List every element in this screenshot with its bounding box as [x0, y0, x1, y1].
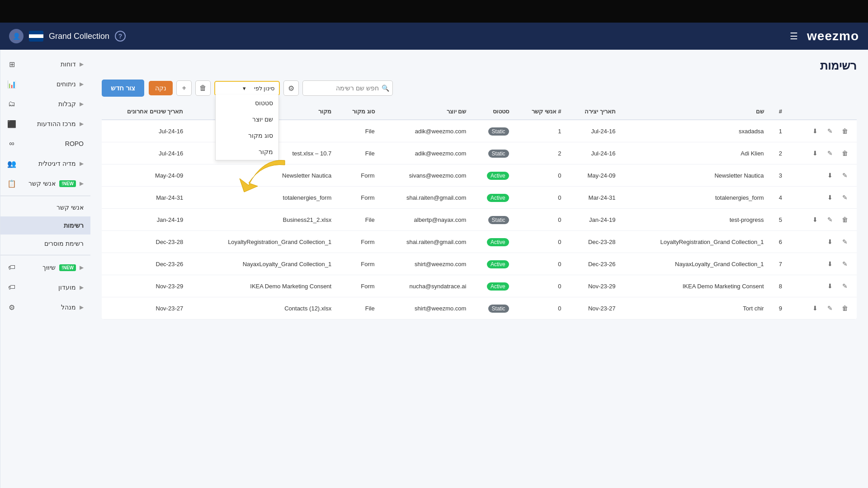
search-input[interactable]	[302, 80, 393, 96]
cell-source: Newsletter Nautica	[189, 164, 337, 187]
col-creator[interactable]: שם יוצר	[380, 103, 472, 120]
menu-icon[interactable]: ☰	[790, 31, 798, 42]
sidebar-label-tagging: שיוּוּך	[20, 264, 56, 271]
search-wrap: 🔍	[302, 80, 393, 96]
cell-contacts: 0	[514, 275, 567, 297]
new-button[interactable]: צור חדש	[102, 80, 144, 97]
cell-created: Jul-24-16	[567, 120, 621, 142]
filter-area: נקה + 🗑 סינון לפי ▾ סטטוס שם יוצר סוג מק…	[149, 80, 393, 96]
page-collection-title: Grand Collection	[49, 32, 109, 41]
sidebar-item-tagging[interactable]: ▶ NEW! שיוּוּך 🏷	[0, 258, 90, 277]
col-num[interactable]: #	[769, 103, 788, 120]
cell-source-type: Form	[337, 187, 380, 209]
header-left: 👤 Grand Collection ?	[9, 29, 790, 43]
digital-media-icon: 👥	[7, 159, 16, 168]
download-action-button[interactable]: ⬇	[809, 147, 821, 160]
col-source-type[interactable]: סוג מקור	[337, 103, 380, 120]
main-container: ▶ דוחות ⊞ ▶ ניתוחים 📊 ▶ קבלות 🗂 ▶ מרכז ה…	[0, 50, 868, 488]
edit-action-button[interactable]: ✎	[839, 280, 851, 292]
receipts-icon: 🗂	[7, 99, 16, 108]
edit-action-button[interactable]: ✎	[839, 191, 851, 204]
sidebar-item-admin[interactable]: ▶ מנהל ⚙	[0, 297, 90, 317]
filter-option-status[interactable]: סטטוס	[216, 95, 278, 111]
sidebar-item-contacts[interactable]: אנשי קשר	[0, 198, 90, 216]
sidebar-item-news-center[interactable]: ▶ מרכז ההודעות ⬛	[0, 114, 90, 134]
sidebar-item-receipts[interactable]: ▶ קבלות 🗂	[0, 94, 90, 114]
sidebar-item-club[interactable]: ▶ מועדון 🏷	[0, 277, 90, 297]
col-last-modified[interactable]: תאריך שינויים אחרונים	[102, 103, 189, 120]
sidebar-item-analytics[interactable]: ▶ ניתוחים 📊	[0, 74, 90, 94]
cell-creator: shirt@weezmo.com	[380, 297, 472, 319]
cell-source-type: Form	[337, 231, 380, 253]
download-action-button[interactable]: ⬇	[824, 258, 836, 270]
chevron-icon: ▶	[80, 180, 84, 187]
cell-last-modified: Nov-23-29	[102, 275, 189, 297]
cell-created: Jan-24-19	[567, 209, 621, 231]
col-created[interactable]: תאריך יצירה	[567, 103, 621, 120]
cell-status: Static	[472, 120, 514, 142]
chevron-icon: ▶	[80, 264, 84, 271]
delete-action-button[interactable]: 🗑	[839, 302, 851, 314]
col-name[interactable]: שם	[621, 103, 769, 120]
delete-action-button[interactable]: 🗑	[839, 125, 851, 137]
delete-action-button[interactable]: 🗑	[839, 213, 851, 226]
table-row: ✎⬇8IKEA Demo Marketing ConsentNov-23-290…	[102, 275, 857, 297]
edit-action-button[interactable]: ✎	[824, 125, 836, 137]
row-actions: 🗑✎⬇	[788, 297, 857, 319]
edit-action-button[interactable]: ✎	[824, 213, 836, 226]
download-action-button[interactable]: ⬇	[809, 302, 821, 314]
cell-created: Nov-23-27	[567, 297, 621, 319]
download-action-button[interactable]: ⬇	[824, 235, 836, 248]
cell-creator: nucha@syndatrace.ai	[380, 275, 472, 297]
edit-action-button[interactable]: ✎	[824, 147, 836, 160]
clear-button[interactable]: נקה	[149, 81, 173, 95]
new-badge-2: NEW!	[59, 264, 76, 271]
sidebar-item-suppliers[interactable]: רשימת מוסרים	[0, 235, 90, 253]
download-action-button[interactable]: ⬇	[809, 213, 821, 226]
download-action-button[interactable]: ⬇	[824, 280, 836, 292]
chevron-icon: ▶	[80, 81, 84, 87]
edit-action-button[interactable]: ✎	[839, 169, 851, 182]
cell-num: 1	[769, 120, 788, 142]
cell-source-type: File	[337, 297, 380, 319]
delete-action-button[interactable]: 🗑	[839, 147, 851, 160]
edit-action-button[interactable]: ✎	[839, 258, 851, 270]
sidebar: ▶ דוחות ⊞ ▶ ניתוחים 📊 ▶ קבלות 🗂 ▶ מרכז ה…	[0, 50, 90, 488]
sidebar-label-receipts: קבלות	[20, 100, 76, 108]
filter-option-creator[interactable]: שם יוצר	[216, 111, 278, 127]
cell-status: Active	[472, 275, 514, 297]
delete-icon-button[interactable]: 🗑	[195, 80, 211, 96]
cell-creator: adik@weezmo.com	[380, 142, 472, 164]
download-action-button[interactable]: ⬇	[824, 169, 836, 182]
edit-action-button[interactable]: ✎	[839, 235, 851, 248]
sidebar-item-reports[interactable]: ▶ דוחות ⊞	[0, 54, 90, 74]
sidebar-item-ropo[interactable]: ROPO ∞	[0, 134, 90, 154]
sidebar-item-digital-media[interactable]: ▶ מדיה דיגיטלית 👥	[0, 154, 90, 174]
download-action-button[interactable]: ⬇	[824, 191, 836, 204]
sidebar-item-lists[interactable]: רשימות	[0, 216, 90, 235]
download-action-button[interactable]: ⬇	[809, 125, 821, 137]
filter-trigger[interactable]: סינון לפי ▾	[215, 82, 279, 95]
user-avatar[interactable]: 👤	[9, 29, 24, 43]
sidebar-label-club: מועדון	[20, 284, 76, 291]
filter-option-source[interactable]: מקור	[216, 144, 278, 160]
weezmo-logo: weezmo	[807, 29, 859, 43]
content-area: רשימות צור חדש נקה + 🗑 סינון לפי ▾ סטטוס…	[90, 50, 868, 488]
contacts-icon: 📋	[7, 179, 16, 188]
edit-action-button[interactable]: ✎	[824, 302, 836, 314]
filter-settings-button[interactable]: ⚙	[283, 80, 299, 96]
filter-select[interactable]: סינון לפי ▾ סטטוס שם יוצר סוג מקור מקור	[214, 81, 280, 96]
filter-label: סינון לפי	[248, 85, 274, 92]
add-icon-button[interactable]: +	[176, 80, 192, 96]
col-status[interactable]: סטטוס	[472, 103, 514, 120]
cell-created: Mar-24-31	[567, 187, 621, 209]
filter-option-source-type[interactable]: סוג מקור	[216, 127, 278, 144]
cell-source: Contacts (12).xlsx	[189, 297, 337, 319]
cell-contacts: 0	[514, 253, 567, 275]
col-contacts[interactable]: # אנשי קשר	[514, 103, 567, 120]
status-badge: Static	[488, 150, 509, 158]
chevron-icon: ▶	[80, 101, 84, 107]
help-button[interactable]: ?	[115, 31, 126, 42]
sidebar-item-contacts-new[interactable]: ▶ NEW! אנשי קשר 📋	[0, 174, 90, 193]
cell-name: sxadadsa	[621, 120, 769, 142]
